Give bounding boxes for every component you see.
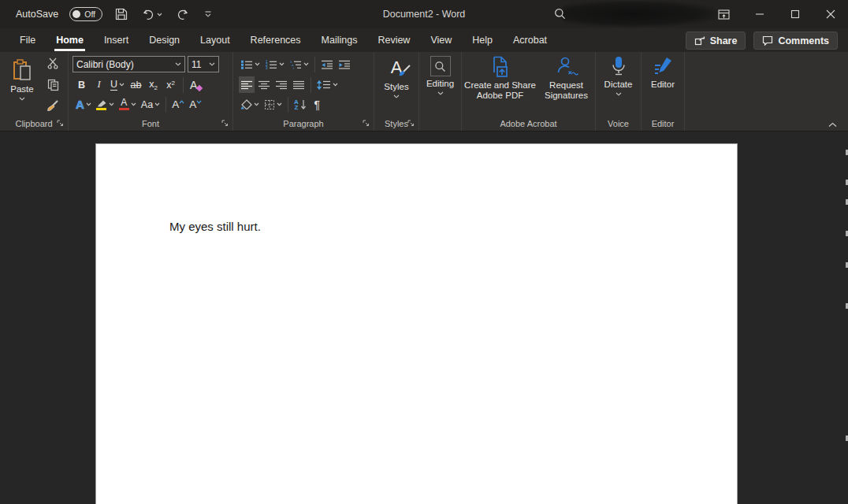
strikethrough-button[interactable]: ab: [128, 76, 143, 93]
tab-help[interactable]: Help: [462, 28, 503, 52]
comments-button[interactable]: Comments: [753, 32, 838, 50]
shading-chevron-icon: [254, 102, 259, 106]
underline-button[interactable]: U: [109, 76, 126, 93]
paragraph-group-label: Paragraph: [233, 119, 374, 128]
cut-button[interactable]: [46, 55, 61, 72]
create-share-pdf-button[interactable]: Create and Share Adobe PDF: [463, 52, 538, 131]
bullets-chevron-icon: [255, 62, 260, 66]
clear-formatting-button[interactable]: A: [188, 76, 203, 93]
bullets-button[interactable]: [239, 56, 262, 72]
italic-button[interactable]: I: [91, 76, 106, 93]
numbering-chevron-icon: [279, 62, 285, 66]
dictate-chevron-icon: [616, 92, 622, 96]
font-dialog-launcher[interactable]: [221, 119, 229, 128]
font-color-bar: [119, 108, 129, 110]
window-controls: [706, 0, 848, 28]
tab-references[interactable]: References: [240, 28, 311, 52]
divider: [166, 97, 166, 113]
justify-button[interactable]: [291, 76, 307, 93]
clipboard-dialog-launcher[interactable]: [56, 119, 65, 128]
save-icon: [115, 8, 128, 20]
tab-file[interactable]: File: [9, 28, 46, 52]
undo-dropdown-chevron-icon[interactable]: [157, 13, 162, 17]
tab-layout[interactable]: Layout: [190, 28, 240, 52]
maximize-icon: [790, 9, 800, 19]
text-effects-button[interactable]: A: [74, 96, 93, 113]
divider: [183, 77, 184, 93]
dictate-label: Dictate: [604, 80, 633, 90]
cut-icon: [47, 57, 58, 69]
share-button[interactable]: Share: [686, 32, 746, 50]
font-size-select[interactable]: 11: [188, 56, 219, 72]
font-size-value: 11: [192, 59, 201, 70]
highlight-color-button[interactable]: [95, 96, 116, 113]
grow-font-glyph: A: [172, 98, 179, 110]
tab-design[interactable]: Design: [139, 28, 190, 52]
request-signatures-button[interactable]: Request Signatures: [538, 52, 595, 131]
adobe-acrobat-group: Create and Share Adobe PDF Request Signa…: [462, 52, 596, 131]
shrink-font-button[interactable]: A: [188, 96, 203, 113]
close-button[interactable]: [813, 0, 848, 28]
svg-text:3: 3: [266, 66, 268, 69]
tab-insert[interactable]: Insert: [94, 28, 139, 52]
grow-font-button[interactable]: A: [170, 96, 186, 113]
minimize-button[interactable]: [742, 0, 777, 28]
editor-icon: [652, 56, 674, 77]
editor-button[interactable]: Editor: [642, 52, 684, 131]
tab-home[interactable]: Home: [46, 28, 94, 52]
decrease-indent-button[interactable]: [319, 56, 335, 72]
collapse-ribbon-icon: [828, 122, 837, 128]
format-painter-button[interactable]: [45, 98, 61, 114]
font-color-button[interactable]: A: [117, 96, 138, 113]
editing-chevron-icon: [437, 91, 444, 95]
save-button[interactable]: [113, 6, 129, 22]
autosave-state-label: Off: [84, 9, 95, 19]
change-case-button[interactable]: Aa: [139, 96, 162, 113]
redo-button[interactable]: [175, 7, 191, 22]
undo-button[interactable]: [140, 7, 164, 22]
ribbon-display-options-button[interactable]: [706, 0, 742, 28]
line-spacing-button[interactable]: [315, 76, 340, 93]
customize-quick-access-button[interactable]: [202, 9, 214, 20]
paragraph-dialog-launcher[interactable]: [362, 119, 370, 128]
align-center-button[interactable]: [256, 76, 272, 93]
multilevel-list-button[interactable]: 1ai: [288, 56, 311, 72]
dictate-button[interactable]: Dictate: [596, 52, 641, 131]
borders-button[interactable]: [262, 96, 284, 113]
bullets-icon: [240, 60, 253, 69]
numbering-button[interactable]: 123: [263, 56, 286, 72]
collapse-ribbon-button[interactable]: [828, 122, 837, 128]
paste-icon: [13, 59, 32, 82]
align-right-button[interactable]: [273, 76, 289, 93]
show-hide-pilcrow-button[interactable]: ¶: [310, 96, 325, 113]
tab-view[interactable]: View: [420, 28, 462, 52]
document-text[interactable]: My eyes still hurt.: [169, 220, 261, 233]
tab-mailings[interactable]: Mailings: [311, 28, 368, 52]
editor-label: Editor: [651, 80, 675, 90]
subscript-button[interactable]: x2: [146, 76, 161, 93]
styles-chevron-icon: [393, 94, 400, 98]
search-button[interactable]: [554, 8, 566, 20]
tab-acrobat[interactable]: Acrobat: [503, 28, 557, 52]
document-page[interactable]: My eyes still hurt.: [95, 143, 738, 504]
maximize-button[interactable]: [777, 0, 813, 28]
font-color-glyph: A: [121, 98, 127, 107]
editing-button[interactable]: Editing: [419, 52, 461, 131]
superscript-button[interactable]: x2: [163, 76, 178, 93]
shading-button[interactable]: [239, 96, 261, 113]
bold-button[interactable]: B: [74, 76, 89, 93]
paste-button[interactable]: Paste: [5, 55, 39, 113]
font-family-select[interactable]: Calibri (Body): [73, 56, 185, 72]
autosave-toggle[interactable]: Off: [69, 7, 102, 21]
increase-indent-button[interactable]: [337, 56, 352, 72]
shading-icon: [240, 99, 252, 109]
document-canvas[interactable]: My eyes still hurt.: [0, 132, 848, 504]
sort-button[interactable]: A Z: [292, 96, 308, 113]
styles-dialog-launcher[interactable]: [407, 119, 415, 128]
request-signatures-icon: [555, 56, 578, 78]
align-left-button[interactable]: [239, 76, 255, 93]
justify-icon: [292, 80, 305, 90]
tab-review[interactable]: Review: [367, 28, 420, 52]
highlight-color-bar: [96, 108, 106, 110]
copy-button[interactable]: [46, 76, 61, 93]
